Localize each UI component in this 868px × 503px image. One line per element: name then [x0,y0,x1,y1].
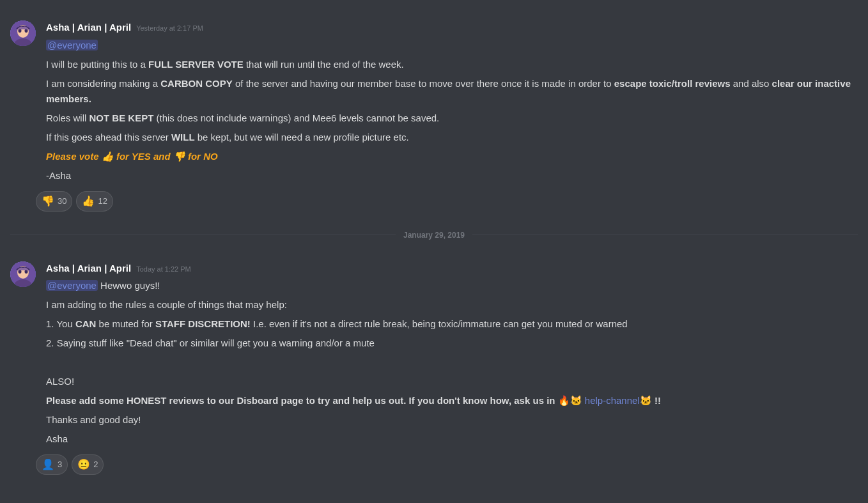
msg2-p2: 1. You CAN be muted for STAFF DISCRETION… [46,316,858,332]
msg2-p5: ALSO! [46,374,858,389]
neutral-count-2: 2 [93,458,98,471]
msg2-p3: 2. Saying stuff like "Dead chat" or simi… [46,336,858,351]
thumbsdown-count-1: 30 [58,195,66,208]
person-emoji-2: 👤 [42,457,54,472]
message-content-2: Asha | Arian | April Today at 1:22 PM @e… [46,261,858,449]
reaction-neutral-2[interactable]: 😐 2 [72,454,104,475]
timestamp-2: Today at 1:22 PM [136,264,191,275]
thumbsdown-emoji-1: 👎 [42,194,54,209]
reaction-thumbsup-1[interactable]: 👍 12 [76,191,112,212]
msg1-p1: I will be putting this to a FULL SERVER … [46,57,858,72]
timestamp-1: Yesterday at 2:17 PM [136,23,203,34]
avatar-2 [10,261,36,287]
reaction-thumbsdown-1[interactable]: 👎 30 [36,191,72,212]
reaction-person-2[interactable]: 👤 3 [36,454,68,475]
reactions-bar-1: 👎 30 👍 12 [0,187,868,219]
message-header-2: Asha | Arian | April Today at 1:22 PM [46,261,858,276]
message-content-1: Asha | Arian | April Yesterday at 2:17 P… [46,20,858,185]
username-2: Asha | Arian | April [46,261,131,276]
divider-line-left [10,235,396,235]
person-count-2: 3 [58,458,62,471]
reactions-bar-2: 👤 3 😐 2 [0,451,868,483]
message-body-1: @everyone I will be putting this to a FU… [46,38,858,183]
avatar-1 [10,20,36,46]
msg1-p6: -Asha [46,168,858,183]
mention-everyone-1[interactable]: @everyone [46,40,98,50]
msg2-p6: Please add some HONEST reviews to our Di… [46,393,858,408]
msg1-p2: I am considering making a CARBON COPY of… [46,76,858,107]
avatar-image-2 [10,261,36,287]
divider-line-right [472,235,858,235]
date-divider-text: January 29, 2019 [403,229,465,241]
msg2-p8: Asha [46,431,858,447]
msg2-p1: I am adding to the rules a couple of thi… [46,297,858,313]
message-group-2: Asha | Arian | April Today at 1:22 PM @e… [0,251,868,451]
message-header-1: Asha | Arian | April Yesterday at 2:17 P… [46,20,858,35]
chat-container: Asha | Arian | April Yesterday at 2:17 P… [0,0,868,493]
thumbsup-count-1: 12 [98,195,107,208]
thumbsup-emoji-1: 👍 [82,194,95,209]
username-1: Asha | Arian | April [46,20,131,35]
msg1-p3: Roles will NOT BE KEPT (this does not in… [46,111,858,126]
message-group-1: Asha | Arian | April Yesterday at 2:17 P… [0,10,868,187]
avatar-image-1 [10,20,36,46]
msg1-p4: If this goes ahead this server WILL be k… [46,130,858,145]
help-channel-link[interactable]: help-channel [585,395,640,406]
msg2-p4 [46,355,858,370]
msg1-p5: Please vote 👍 for YES and 👎 for NO [46,149,858,164]
msg2-p7: Thanks and good day! [46,412,858,428]
neutral-emoji-2: 😐 [77,457,90,472]
date-divider: January 29, 2019 [0,219,868,251]
msg2-mention-line: @everyone Hewwo guys!! [46,278,858,293]
mention-everyone-2[interactable]: @everyone [46,280,98,291]
message-body-2: @everyone Hewwo guys!! I am adding to th… [46,278,858,447]
